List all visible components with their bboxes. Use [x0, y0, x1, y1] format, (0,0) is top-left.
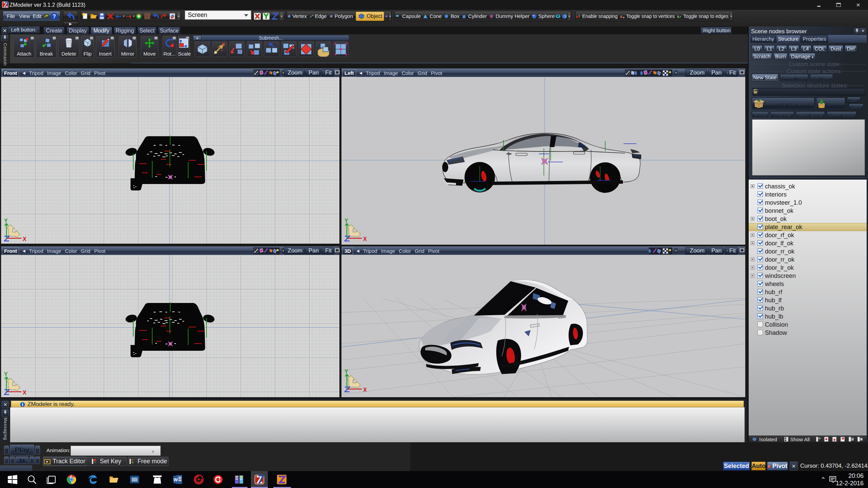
svg-text:W: W: [174, 477, 178, 482]
svg-text:?: ?: [53, 13, 56, 19]
